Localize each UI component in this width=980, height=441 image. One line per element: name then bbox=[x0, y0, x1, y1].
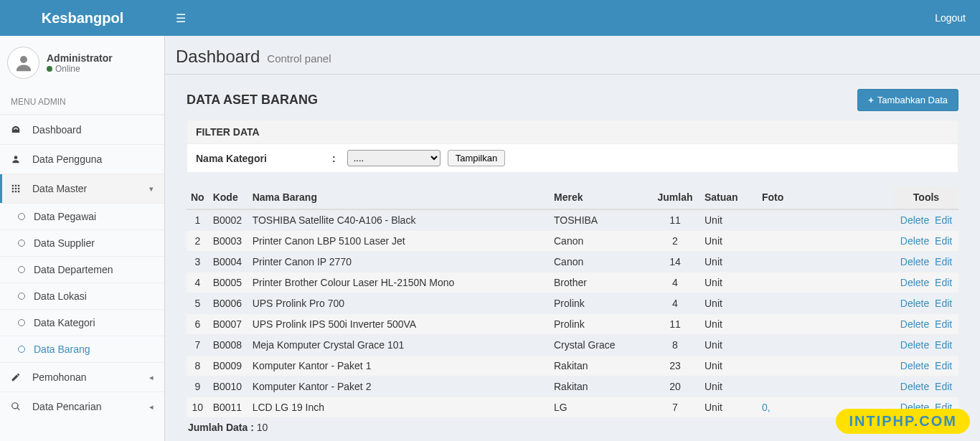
cell-satuan: Unit bbox=[700, 356, 758, 376]
edit-link[interactable]: Edit bbox=[935, 360, 952, 371]
add-button-label: Tambahkan Data bbox=[877, 95, 948, 105]
user-icon bbox=[13, 52, 34, 74]
delete-link[interactable]: Delete bbox=[900, 298, 929, 309]
delete-link[interactable]: Delete bbox=[900, 381, 929, 392]
search-icon bbox=[11, 402, 25, 412]
edit-link[interactable]: Edit bbox=[935, 256, 952, 267]
svg-rect-5 bbox=[12, 188, 14, 189]
top-header: Kesbangpol ☰ Logout bbox=[0, 0, 980, 36]
svg-point-0 bbox=[20, 56, 27, 63]
col-jumlah: Jumlah bbox=[650, 186, 700, 209]
sidebar-sub-pegawai[interactable]: Data Pegawai bbox=[0, 204, 164, 229]
delete-link[interactable]: Delete bbox=[900, 318, 929, 330]
table-row: 7B0008Meja Komputer Crystal Grace 101Cry… bbox=[187, 335, 958, 356]
svg-rect-7 bbox=[18, 188, 19, 189]
sidebar-item-dashboard[interactable]: Dashboard bbox=[0, 115, 164, 144]
sidebar-item-pencarian[interactable]: Data Pencarian ◂ bbox=[0, 392, 164, 421]
cell-merek: Crystal Grace bbox=[550, 335, 650, 356]
sidebar-sub-barang[interactable]: Data Barang bbox=[0, 336, 164, 362]
sidebar-item-label: Data Kategori bbox=[34, 317, 95, 328]
nav-toggle-button[interactable]: ☰ bbox=[165, 11, 197, 25]
sidebar-item-data-pengguna[interactable]: Data Pengguna bbox=[0, 145, 164, 174]
cell-tools: Delete Edit bbox=[894, 293, 958, 314]
cell-jumlah: 11 bbox=[650, 209, 700, 231]
cell-satuan: Unit bbox=[700, 376, 758, 397]
plus-icon: + bbox=[868, 95, 874, 105]
edit-link[interactable]: Edit bbox=[935, 298, 952, 309]
circle-icon bbox=[18, 293, 25, 300]
cell-merek: Brother bbox=[550, 272, 650, 293]
sidebar-sub-supplier[interactable]: Data Supplier bbox=[0, 230, 164, 256]
cell-merek: Rakitan bbox=[550, 376, 650, 397]
cell-kode: B0011 bbox=[209, 397, 248, 418]
logout-link[interactable]: Logout bbox=[935, 12, 980, 24]
delete-link[interactable]: Delete bbox=[900, 339, 929, 351]
delete-link[interactable]: Delete bbox=[900, 256, 929, 267]
brand-logo[interactable]: Kesbangpol bbox=[0, 0, 165, 36]
cell-nama: UPS Prolink Pro 700 bbox=[248, 293, 550, 314]
kategori-select[interactable]: .... bbox=[347, 150, 440, 166]
edit-icon bbox=[11, 372, 25, 382]
foto-link[interactable]: 0, bbox=[762, 402, 771, 413]
sidebar-sub-lokasi[interactable]: Data Lokasi bbox=[0, 283, 164, 309]
cell-nama: Meja Komputer Crystal Grace 101 bbox=[248, 335, 550, 356]
edit-link[interactable]: Edit bbox=[935, 214, 952, 226]
cell-no: 7 bbox=[187, 335, 209, 356]
cell-merek: Rakitan bbox=[550, 356, 650, 376]
sidebar-item-label: Data Barang bbox=[34, 343, 90, 355]
sidebar-item-label: Pemohonan bbox=[32, 371, 87, 383]
cell-merek: Canon bbox=[550, 231, 650, 252]
delete-link[interactable]: Delete bbox=[900, 277, 929, 288]
edit-link[interactable]: Edit bbox=[935, 339, 952, 351]
edit-link[interactable]: Edit bbox=[935, 318, 952, 330]
table-row: 6B0007UPS Prolink IPS 500i Inverter 500V… bbox=[187, 314, 958, 335]
delete-link[interactable]: Delete bbox=[900, 360, 929, 371]
cell-kode: B0009 bbox=[209, 356, 248, 376]
sidebar-item-data-master[interactable]: Data Master ▾ bbox=[0, 174, 164, 203]
table-row: 8B0009Komputer Kantor - Paket 1Rakitan23… bbox=[187, 356, 958, 376]
svg-rect-8 bbox=[12, 191, 14, 192]
cell-kode: B0003 bbox=[209, 231, 248, 252]
table-row: 2B0003Printer Canon LBP 5100 Laser JetCa… bbox=[187, 231, 958, 252]
aset-table: No Kode Nama Barang Merek Jumlah Satuan … bbox=[187, 186, 958, 417]
svg-point-1 bbox=[14, 156, 18, 159]
col-foto: Foto bbox=[758, 186, 894, 209]
svg-rect-10 bbox=[18, 191, 19, 192]
cell-no: 10 bbox=[187, 397, 209, 418]
edit-link[interactable]: Edit bbox=[935, 277, 952, 288]
cell-foto bbox=[758, 293, 894, 314]
add-data-button[interactable]: + Tambahkan Data bbox=[857, 89, 958, 111]
col-nama: Nama Barang bbox=[248, 186, 550, 209]
cell-kode: B0006 bbox=[209, 293, 248, 314]
sidebar-sub-departemen[interactable]: Data Departemen bbox=[0, 257, 164, 283]
watermark: INTIPHP.COM bbox=[836, 409, 970, 434]
svg-rect-9 bbox=[15, 191, 17, 192]
svg-rect-2 bbox=[12, 185, 14, 186]
cell-satuan: Unit bbox=[700, 231, 758, 252]
sidebar-item-pemohonan[interactable]: Pemohonan ◂ bbox=[0, 363, 164, 392]
cell-jumlah: 2 bbox=[650, 231, 700, 252]
tampilkan-button[interactable]: Tampilkan bbox=[448, 150, 506, 166]
chevron-down-icon: ▾ bbox=[149, 184, 154, 194]
cell-satuan: Unit bbox=[700, 209, 758, 231]
cell-foto bbox=[758, 335, 894, 356]
edit-link[interactable]: Edit bbox=[935, 381, 952, 392]
cell-no: 4 bbox=[187, 272, 209, 293]
edit-link[interactable]: Edit bbox=[935, 235, 952, 247]
cell-no: 3 bbox=[187, 252, 209, 272]
sidebar-sub-kategori[interactable]: Data Kategori bbox=[0, 310, 164, 336]
grid-icon bbox=[11, 184, 25, 194]
col-merek: Merek bbox=[550, 186, 650, 209]
delete-link[interactable]: Delete bbox=[900, 214, 929, 226]
svg-rect-3 bbox=[15, 185, 17, 186]
cell-no: 5 bbox=[187, 293, 209, 314]
cell-jumlah: 23 bbox=[650, 356, 700, 376]
cell-merek: TOSHIBA bbox=[550, 209, 650, 231]
svg-rect-4 bbox=[18, 185, 19, 186]
cell-nama: TOSHIBA Satellite C40-A106 - Black bbox=[248, 209, 550, 231]
cell-kode: B0008 bbox=[209, 335, 248, 356]
page-subtitle: Control panel bbox=[267, 52, 331, 65]
cell-no: 2 bbox=[187, 231, 209, 252]
delete-link[interactable]: Delete bbox=[900, 235, 929, 247]
col-tools: Tools bbox=[894, 186, 958, 209]
